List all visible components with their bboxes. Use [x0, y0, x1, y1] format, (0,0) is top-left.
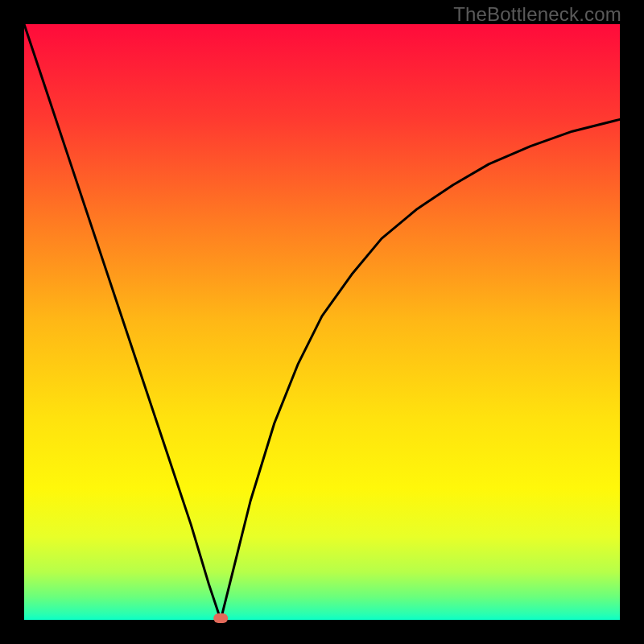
- plot-background: [24, 24, 620, 620]
- watermark-text: TheBottleneck.com: [453, 3, 621, 26]
- bottleneck-chart: [0, 0, 644, 644]
- minimum-marker: [213, 613, 228, 623]
- chart-frame: TheBottleneck.com: [0, 0, 644, 644]
